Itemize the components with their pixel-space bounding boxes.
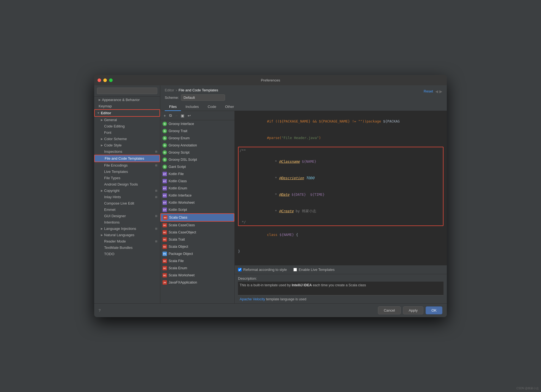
breadcrumb: Editor › File and Code Templates	[165, 88, 218, 92]
scheme-select[interactable]: Default	[181, 94, 225, 101]
tabs: Files Includes Code Other	[165, 103, 442, 111]
nav-forward-button[interactable]: ▶	[439, 89, 442, 94]
template-item-kotlin-script[interactable]: KT Kotlin Script	[160, 206, 234, 213]
template-item-scala-caseobject[interactable]: SC Scala CaseObject	[160, 229, 234, 236]
template-item-gant-script[interactable]: G Gant Script	[160, 163, 234, 170]
template-item-kotlin-file[interactable]: KT Kotlin File	[160, 170, 234, 178]
reformat-checkbox-row[interactable]: Reformat according to style	[238, 268, 287, 272]
sidebar-item-file-code-templates[interactable]: File and Code Templates	[94, 155, 160, 162]
groovy-icon: G	[163, 165, 167, 169]
template-item-kotlin-interface[interactable]: KT Kotlin Interface	[160, 192, 234, 199]
template-item-scala-worksheet[interactable]: SC Scala Worksheet	[160, 272, 234, 279]
remove-template-button[interactable]: −	[174, 113, 178, 118]
chevron-icon: ▶	[101, 137, 103, 140]
template-item-scala-file[interactable]: SC Scala File	[160, 257, 234, 265]
sidebar-item-editor[interactable]: ▼ Editor	[94, 109, 160, 117]
nav-back-button[interactable]: ◀	[435, 89, 438, 94]
ok-button[interactable]: OK	[426, 306, 442, 314]
sidebar: 🔍 ▶ Appearance & Behavior Keymap ▼ Edito…	[94, 85, 160, 303]
help-button[interactable]: ?	[99, 308, 101, 312]
sidebar-item-reader-mode[interactable]: Reader Mode ⊞	[94, 238, 160, 244]
sidebar-item-file-types[interactable]: File Types	[94, 175, 160, 181]
code-line-7: * @Create by 韩家小志	[240, 203, 442, 219]
template-label: Groovy Enum	[169, 136, 190, 140]
live-templates-checkbox-row[interactable]: Enable Live Templates	[293, 268, 335, 272]
duplicate-template-button[interactable]: ▣	[180, 113, 185, 118]
template-item-kotlin-worksheet[interactable]: KT Kotlin Worksheet	[160, 199, 234, 206]
template-item-groovy-script[interactable]: G Groovy Script	[160, 149, 234, 156]
chevron-icon: ▶	[99, 98, 101, 101]
sidebar-item-android-design[interactable]: Android Design Tools	[94, 181, 160, 187]
cancel-button[interactable]: Cancel	[378, 306, 401, 314]
chevron-icon: ▶	[101, 144, 103, 147]
sidebar-item-font[interactable]: Font	[94, 129, 160, 136]
template-label: Groovy Annotation	[169, 143, 197, 147]
template-item-groovy-interface[interactable]: G Groovy Interface	[160, 120, 234, 127]
minimize-button[interactable]	[103, 78, 107, 82]
sidebar-item-general[interactable]: ▶ General	[94, 117, 160, 123]
template-item-scala-enum[interactable]: SC Scala Enum	[160, 265, 234, 272]
template-label: Groovy Trait	[169, 129, 187, 133]
preferences-window: Preferences 🔍 ▶ Appearance & Behavior Ke…	[94, 75, 447, 317]
copy-template-button[interactable]: ⧉	[168, 113, 173, 118]
template-label: Kotlin Interface	[169, 194, 191, 197]
template-item-scala-trait[interactable]: SC Scala Trait	[160, 236, 234, 243]
tab-files[interactable]: Files	[165, 103, 181, 111]
package-icon: PK	[163, 252, 167, 256]
code-editor[interactable]: #if ((${PACKAGE_NAME} && ${PACKAGE_NAME}…	[235, 111, 447, 265]
sidebar-item-code-style[interactable]: ▶ Code Style	[94, 142, 160, 148]
sidebar-item-inlay-hints[interactable]: Inlay Hints ⊞	[94, 194, 160, 200]
sidebar-item-compose-live[interactable]: Compose Live Edit	[94, 200, 160, 206]
template-item-groovy-trait[interactable]: G Groovy Trait	[160, 127, 234, 135]
sidebar-item-emmet[interactable]: Emmet	[94, 206, 160, 213]
sidebar-item-gui-designer[interactable]: GUI Designer ⊞	[94, 213, 160, 219]
sidebar-item-file-encodings[interactable]: File Encodings ⊞	[94, 162, 160, 168]
template-item-scala-caseclass[interactable]: SC Scala CaseClass	[160, 222, 234, 229]
scala-icon: SC	[163, 230, 167, 235]
velocity-link[interactable]: Apache Velocity	[240, 297, 265, 301]
content-area: Editor › File and Code Templates Reset ◀…	[160, 85, 447, 303]
template-item-groovy-dsl[interactable]: G Groovy DSL Script	[160, 156, 234, 163]
template-item-scala-object[interactable]: SC Scala Object	[160, 243, 234, 250]
description-area: Description: This is a built-in template…	[235, 274, 447, 303]
sidebar-item-intentions[interactable]: Intentions	[94, 219, 160, 225]
live-templates-checkbox[interactable]	[293, 268, 297, 271]
sidebar-item-appearance[interactable]: ▶ Appearance & Behavior	[94, 97, 160, 103]
sidebar-item-copyright[interactable]: ▶ Copyright ⊞	[94, 187, 160, 194]
search-box: 🔍	[94, 85, 160, 97]
sidebar-item-keymap[interactable]: Keymap	[94, 103, 160, 109]
reset-template-button[interactable]: ↩	[186, 113, 192, 118]
template-item-scala-class[interactable]: SC Scala Class	[160, 213, 234, 222]
sidebar-item-live-templates[interactable]: Live Templates	[94, 168, 160, 175]
template-label: Scala CaseClass	[169, 223, 195, 227]
template-item-kotlin-enum[interactable]: KT Kotlin Enum	[160, 185, 234, 192]
sidebar-item-code-editing[interactable]: Code Editing	[94, 123, 160, 129]
sidebar-item-textmate-bundles[interactable]: TextMate Bundles	[94, 244, 160, 251]
tab-code[interactable]: Code	[203, 103, 221, 111]
search-input[interactable]	[97, 88, 157, 94]
reset-button[interactable]: Reset	[424, 89, 433, 93]
sidebar-item-todo[interactable]: TODO	[94, 251, 160, 257]
chevron-icon: ▶	[101, 118, 103, 121]
badge-icon: ⊞	[155, 214, 157, 217]
template-item-groovy-enum[interactable]: G Groovy Enum	[160, 135, 234, 142]
sidebar-item-language-injections[interactable]: ▶ Language Injections ⊞	[94, 225, 160, 232]
chevron-icon: ▶	[101, 227, 103, 230]
sidebar-item-color-scheme[interactable]: ▶ Color Scheme	[94, 136, 160, 142]
tab-other[interactable]: Other	[221, 103, 239, 111]
maximize-button[interactable]	[109, 78, 113, 82]
apply-button[interactable]: Apply	[403, 306, 424, 314]
description-bold: IntelliJ IDEA	[292, 283, 312, 287]
sidebar-item-natural-languages[interactable]: ▶ Natural Languages	[94, 232, 160, 238]
sidebar-item-inspections[interactable]: Inspections ⊞	[94, 148, 160, 155]
template-item-package-object[interactable]: PK Package Object	[160, 250, 234, 257]
template-item-kotlin-class[interactable]: KT Kotlin Class	[160, 178, 234, 185]
close-button[interactable]	[98, 78, 101, 82]
tab-includes[interactable]: Includes	[181, 103, 203, 111]
template-item-javafx[interactable]: JV JavaFXApplication	[160, 279, 234, 286]
badge-icon: ⊞	[155, 164, 157, 167]
reformat-checkbox[interactable]	[238, 268, 242, 271]
template-item-groovy-annotation[interactable]: G Groovy Annotation	[160, 142, 234, 149]
template-label: Package Object	[169, 252, 193, 256]
add-template-button[interactable]: +	[163, 113, 167, 118]
